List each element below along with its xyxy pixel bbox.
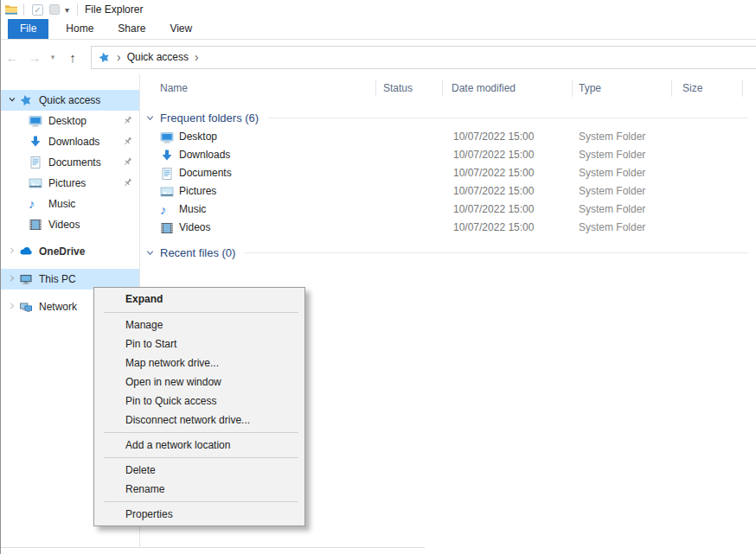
item-status <box>376 164 443 182</box>
menu-item-expand[interactable]: Expand <box>94 290 304 309</box>
column-header-name[interactable]: Name <box>140 80 376 97</box>
documents-icon <box>160 167 174 181</box>
item-status <box>376 146 443 164</box>
app-folder-icon <box>4 3 18 16</box>
breadcrumb-location[interactable]: Quick access <box>127 51 189 63</box>
sidebar-item-label: Desktop <box>48 115 86 127</box>
chevron-right-icon[interactable] <box>8 245 16 258</box>
item-date-modified: 10/07/2022 15:00 <box>443 201 573 219</box>
tab-file[interactable]: File <box>8 19 48 39</box>
properties-icon[interactable]: ✓ <box>31 3 44 16</box>
customize-toolbar-dropdown-icon[interactable]: ▾ <box>65 5 69 15</box>
menu-separator <box>104 312 298 313</box>
folder-row-downloads[interactable]: Downloads 10/07/2022 15:00 System Folder <box>140 146 756 164</box>
address-bar[interactable]: › Quick access › <box>91 46 756 69</box>
pin-icon <box>122 115 133 126</box>
menu-separator <box>104 501 298 502</box>
menu-item-rename[interactable]: Rename <box>94 480 304 499</box>
sidebar-item-desktop[interactable]: Desktop <box>1 111 139 131</box>
column-header-size[interactable]: Size <box>672 80 743 97</box>
group-header-frequent-folders[interactable]: Frequent folders (6) <box>140 107 756 128</box>
menu-item-open-in-new-window[interactable]: Open in new window <box>94 373 304 392</box>
column-header-type[interactable]: Type <box>573 80 672 97</box>
item-type: System Folder <box>573 164 672 182</box>
desktop-icon <box>29 114 42 128</box>
sidebar-item-documents[interactable]: Documents <box>1 152 139 173</box>
menu-item-pin-to-start[interactable]: Pin to Start <box>94 334 304 353</box>
menu-item-pin-to-quick-access[interactable]: Pin to Quick access <box>94 392 304 411</box>
sidebar-item-label: This PC <box>39 273 76 285</box>
window-title: File Explorer <box>85 3 143 16</box>
chevron-right-icon[interactable] <box>8 273 16 285</box>
item-type: System Folder <box>573 182 672 201</box>
chevron-right-icon[interactable] <box>8 301 16 313</box>
menu-separator <box>104 457 298 458</box>
quick-access-star-icon <box>19 93 33 107</box>
menu-item-manage[interactable]: Manage <box>94 315 304 334</box>
menu-item-add-a-network-location[interactable]: Add a network location <box>94 436 304 455</box>
this-pc-icon <box>19 272 33 286</box>
item-status <box>376 201 443 219</box>
menu-item-map-network-drive[interactable]: Map network drive... <box>94 353 304 373</box>
chevron-down-icon[interactable] <box>145 248 155 258</box>
menu-item-disconnect-network-drive[interactable]: Disconnect network drive... <box>94 411 304 430</box>
sidebar-item-downloads[interactable]: Downloads <box>1 131 139 152</box>
folder-row-pictures[interactable]: Pictures 10/07/2022 15:00 System Folder <box>140 182 756 201</box>
pictures-icon <box>160 185 174 199</box>
forward-button[interactable]: → <box>23 50 46 65</box>
chevron-down-icon[interactable] <box>8 94 16 106</box>
file-explorer-window: ✓ ▾ File Explorer File Home Share View ←… <box>0 0 756 554</box>
breadcrumb-chevron-icon-2[interactable]: › <box>189 51 205 63</box>
tab-home[interactable]: Home <box>54 19 106 39</box>
pin-icon <box>122 177 133 188</box>
folder-row-documents[interactable]: Documents 10/07/2022 15:00 System Folder <box>140 164 756 182</box>
item-name: Music <box>179 201 206 219</box>
sidebar-item-label: Downloads <box>48 136 99 148</box>
statusbar-divider <box>1 547 425 548</box>
item-status <box>376 128 443 146</box>
group-header-recent-files[interactable]: Recent files (0) <box>140 242 756 263</box>
desktop-icon <box>160 131 174 144</box>
column-header-status[interactable]: Status <box>376 80 443 97</box>
item-status <box>376 219 443 237</box>
breadcrumb-chevron-icon[interactable]: › <box>111 51 127 63</box>
sidebar-item-pictures[interactable]: Pictures <box>1 173 139 194</box>
item-name: Pictures <box>179 182 216 201</box>
menu-item-properties[interactable]: Properties <box>94 505 304 524</box>
downloads-icon <box>29 135 42 149</box>
column-headers: Name Status Date modified Type Size <box>140 76 756 100</box>
sidebar-item-quick-access[interactable]: Quick access <box>1 90 139 111</box>
network-icon <box>19 300 33 314</box>
menu-item-delete[interactable]: Delete <box>94 461 304 480</box>
pin-icon <box>122 156 133 168</box>
titlebar-divider <box>23 3 24 16</box>
recent-locations-dropdown-icon[interactable]: ▾ <box>46 53 60 61</box>
item-status <box>376 182 443 201</box>
group-divider <box>267 118 748 118</box>
item-type: System Folder <box>573 219 672 237</box>
group-title: Recent files (0) <box>160 246 235 259</box>
sidebar-item-videos[interactable]: Videos <box>1 214 139 235</box>
folder-row-music[interactable]: ♪ Music 10/07/2022 15:00 System Folder <box>140 201 756 219</box>
titlebar-divider-2 <box>77 3 78 16</box>
column-header-date[interactable]: Date modified <box>443 80 573 97</box>
group-divider <box>244 252 748 253</box>
item-name: Documents <box>179 164 232 182</box>
sidebar-item-label: Network <box>39 301 77 313</box>
item-date-modified: 10/07/2022 15:00 <box>443 128 573 146</box>
chevron-down-icon[interactable] <box>145 113 155 123</box>
sidebar-item-music[interactable]: ♪ Music <box>1 194 139 214</box>
item-date-modified: 10/07/2022 15:00 <box>443 164 573 182</box>
sidebar-item-label: Music <box>48 198 75 210</box>
tab-share[interactable]: Share <box>106 19 157 39</box>
tab-view[interactable]: View <box>157 19 204 39</box>
downloads-icon <box>160 149 174 162</box>
onedrive-cloud-icon <box>19 245 33 258</box>
up-button[interactable]: ↑ <box>60 50 86 65</box>
item-name: Videos <box>179 219 210 237</box>
new-folder-icon[interactable] <box>48 3 61 16</box>
folder-row-videos[interactable]: Videos 10/07/2022 15:00 System Folder <box>140 219 756 237</box>
back-button[interactable]: ← <box>1 50 23 65</box>
sidebar-item-onedrive[interactable]: OneDrive <box>1 241 139 262</box>
folder-row-desktop[interactable]: Desktop 10/07/2022 15:00 System Folder <box>140 128 756 146</box>
